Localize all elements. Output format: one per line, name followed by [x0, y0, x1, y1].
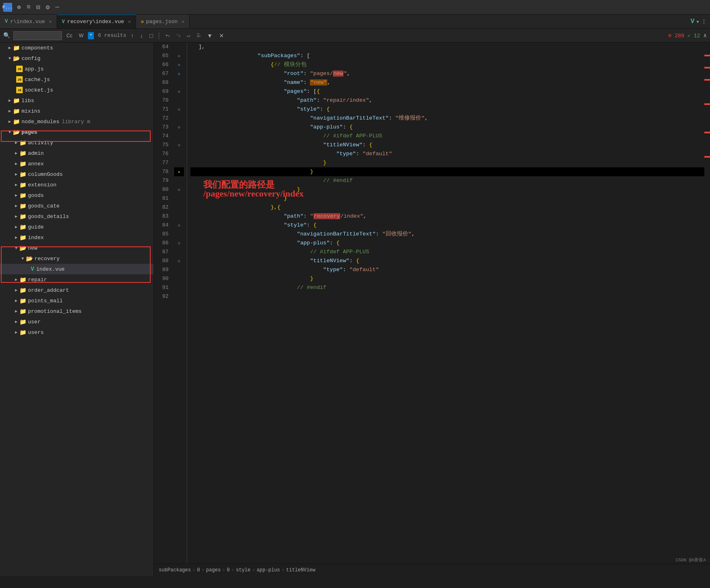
tab-close-icon-3[interactable]: ✕ — [182, 19, 185, 24]
minimize-icon[interactable]: — — [54, 3, 61, 12]
tree-arrow-goods: ▶ — [13, 193, 19, 198]
line-num-70: 70 — [154, 96, 171, 105]
add-server-icon[interactable]: ⊕ — [15, 2, 23, 12]
tree-item-socket-js[interactable]: JS socket.js — [0, 85, 154, 95]
file-tree-sidebar: ▶ 📁 components ▼ 📂 config JS app.js JS — [0, 43, 154, 576]
gutter-79 — [174, 176, 184, 185]
fold-icon-67[interactable]: ◇ — [178, 71, 180, 76]
tree-item-mixins[interactable]: ▶ 📁 mixins — [0, 106, 154, 116]
search-input[interactable] — [13, 31, 62, 40]
toggle-selection-btn[interactable]: ₓᵢᵢ — [185, 32, 192, 39]
fold-icon-69[interactable]: ◇ — [178, 89, 180, 94]
folder-icon-mixins: 📁 — [13, 108, 20, 115]
search-prev-btn[interactable]: ↑ — [129, 32, 136, 40]
code-content[interactable]: ], "subPackages": [ {// 模块分包 — [187, 43, 704, 564]
tree-item-activity[interactable]: ▶ 📁 activity — [0, 137, 154, 148]
tree-item-recovery[interactable]: ▼ 📂 recovery — [0, 253, 154, 264]
breadcrumb-item-2[interactable]: pages — [206, 567, 221, 573]
match-case-btn[interactable]: Cc — [64, 32, 75, 39]
tree-item-annex[interactable]: ▶ 📁 annex — [0, 158, 154, 169]
add-cursors-above-btn[interactable]: +ᵢᵢ — [163, 32, 171, 39]
gutter-88: ◇ — [174, 257, 184, 265]
tree-item-index-folder[interactable]: ▶ 📁 index — [0, 232, 154, 243]
tree-item-new[interactable]: ▼ 📂 new — [0, 243, 154, 253]
line-num-68: 68 — [154, 78, 171, 87]
tab-close-icon-2[interactable]: ✕ — [128, 19, 131, 24]
tree-item-pages[interactable]: ▼ 📂 pages — [0, 127, 154, 137]
fold-icon-80[interactable]: ◇ — [178, 187, 180, 192]
folder-icon-order-addcart: 📁 — [19, 287, 26, 294]
tree-item-users[interactable]: ▶ 📁 users — [0, 327, 154, 338]
tab-recovery-index-vue[interactable]: V recovery\index.vue ✕ — [57, 15, 136, 29]
fold-icon-88[interactable]: ◇ — [178, 259, 180, 263]
tree-item-guide[interactable]: ▶ 📁 guide — [0, 222, 154, 232]
line-num-75: 75 — [154, 141, 171, 150]
line-num-90: 90 — [154, 274, 171, 283]
fold-icon-73[interactable]: ◇ — [178, 125, 180, 130]
breadcrumb-item-4[interactable]: style — [236, 567, 250, 573]
tree-item-admin[interactable]: ▶ 📁 admin — [0, 148, 154, 158]
tree-item-libs[interactable]: ▶ 📁 libs — [0, 95, 154, 106]
settings-icon[interactable]: ⚙ — [44, 2, 51, 12]
tree-arrow-goods-details: ▶ — [13, 214, 19, 219]
tree-item-node-modules[interactable]: ▶ 📁 node_modules library m — [0, 116, 154, 127]
tab-close-icon[interactable]: ✕ — [49, 19, 52, 24]
close-search-btn[interactable]: ✕ — [217, 32, 226, 40]
breadcrumb-item-3[interactable]: 0 — [227, 567, 230, 573]
tree-item-config[interactable]: ▼ 📂 config — [0, 53, 154, 64]
search-icon: 🔍 — [3, 32, 10, 39]
regex-btn[interactable]: * — [88, 32, 94, 39]
breadcrumb-item-6[interactable]: titleNView — [286, 567, 315, 573]
add-cursors-below-btn[interactable]: ⁻ᵢᵢ — [174, 32, 182, 39]
tab-pages-json[interactable]: ⚙ pages.json ✕ — [136, 15, 190, 29]
fold-icon-71[interactable]: ◇ — [178, 107, 180, 112]
chevron-down-icon[interactable]: ▾ — [696, 18, 699, 25]
tree-item-goods-details[interactable]: ▶ 📁 goods_details — [0, 211, 154, 222]
tree-label-pages: pages — [21, 129, 37, 135]
collapse-btn[interactable]: ∧ — [704, 32, 707, 39]
scrollbar-markers — [704, 43, 710, 564]
more-icon[interactable]: ⋮ — [701, 18, 707, 25]
tree-item-cache-js[interactable]: JS cache.js — [0, 74, 154, 85]
fold-icon-86[interactable]: ◇ — [178, 241, 180, 246]
tree-item-points-mall[interactable]: ▶ 📁 points_mall — [0, 295, 154, 306]
fold-icon-65[interactable]: ◇ — [178, 53, 180, 58]
find-all-btn[interactable]: □ — [147, 32, 155, 40]
tree-label-goods-cate: goods_cate — [28, 203, 60, 209]
gutter-92 — [174, 292, 184, 301]
tree-item-app-js[interactable]: JS app.js — [0, 64, 154, 74]
toggle-highlights-btn[interactable]: Ξᵢ — [195, 32, 203, 39]
scroll-mark-3 — [704, 79, 710, 81]
tree-arrow-recovery: ▼ — [19, 257, 26, 261]
fold-icon-75[interactable]: ◇ — [178, 143, 180, 148]
tree-item-goods[interactable]: ▶ 📁 goods — [0, 190, 154, 201]
tree-label-columnGoods: columnGoods — [28, 171, 63, 177]
filter-btn[interactable]: ▼ — [205, 32, 215, 40]
tree-label-components: components — [21, 45, 53, 51]
tree-item-promotional-items[interactable]: ▶ 📁 promotional_items — [0, 306, 154, 316]
tree-item-extension[interactable]: ▶ 📁 extension — [0, 180, 154, 190]
tree-item-index-vue[interactable]: V index.vue — [0, 264, 154, 274]
split-view-icon[interactable]: ⊟ — [34, 2, 42, 12]
whole-word-btn[interactable]: W — [77, 32, 85, 39]
tree-item-user[interactable]: ▶ 📁 user — [0, 316, 154, 327]
breadcrumb-item-0[interactable]: subPackages — [159, 567, 191, 573]
gutter-78: ★ — [174, 167, 184, 176]
tree-item-order-addcart[interactable]: ▶ 📁 order_addcart — [0, 285, 154, 295]
js-icon-cache: JS — [16, 76, 23, 83]
breadcrumb-item-5[interactable]: app-plus — [257, 567, 280, 573]
tree-item-repair[interactable]: ▶ 📁 repair — [0, 274, 154, 285]
tree-item-components[interactable]: ▶ 📁 components — [0, 43, 154, 53]
breadcrumb-sep-4: › — [252, 567, 255, 573]
js-icon-app: JS — [16, 66, 23, 72]
fold-icon-66[interactable]: ◇ — [178, 62, 180, 67]
tree-item-goods-cate[interactable]: ▶ 📁 goods_cate — [0, 201, 154, 211]
tree-item-columnGoods[interactable]: ▶ 📁 columnGoods — [0, 169, 154, 180]
tab-r-index-vue[interactable]: V r\index.vue ✕ — [0, 15, 57, 29]
app-icon: P... — [3, 3, 12, 12]
fold-icon-84[interactable]: ◇ — [178, 223, 180, 228]
breadcrumb-item-1[interactable]: 0 — [197, 567, 200, 573]
list-view-icon[interactable]: ≡ — [25, 3, 32, 12]
search-next-btn[interactable]: ↓ — [138, 32, 145, 40]
scroll-mark-2 — [704, 67, 710, 68]
